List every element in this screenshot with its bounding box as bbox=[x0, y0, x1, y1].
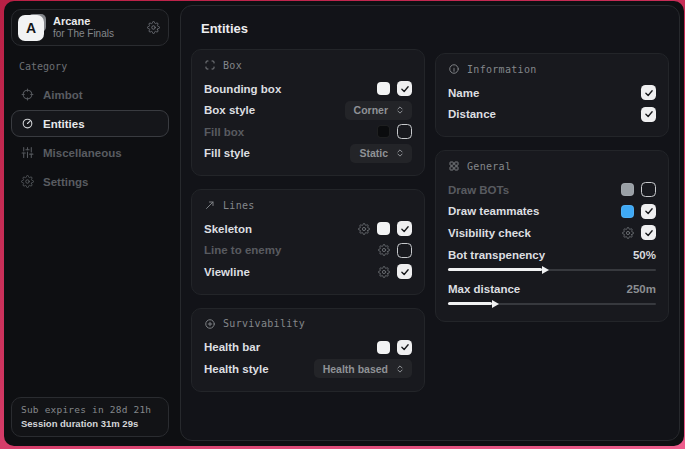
setting-row-skeleton: Skeleton bbox=[204, 218, 412, 240]
sidebar-item-label: Settings bbox=[43, 176, 88, 188]
setting-row-line-to-enemy: Line to enemy bbox=[204, 240, 412, 262]
color-swatch[interactable] bbox=[377, 222, 390, 235]
box-style-dropdown[interactable]: Corner bbox=[345, 101, 412, 120]
brand-name: Arcane bbox=[53, 15, 138, 28]
gear-icon[interactable] bbox=[378, 244, 390, 256]
brand-card: A Arcane for The Finals bbox=[11, 9, 169, 46]
setting-row-health-style: Health style Health based bbox=[204, 358, 412, 380]
slider-value: 50% bbox=[633, 249, 656, 261]
gear-icon[interactable] bbox=[622, 227, 634, 239]
setting-row-fill-style: Fill style Static bbox=[204, 143, 412, 165]
sidebar: A Arcane for The Finals Category Aimbot bbox=[4, 1, 176, 446]
dropdown-value: Health based bbox=[323, 363, 388, 375]
sidebar-item-entities[interactable]: Entities bbox=[11, 110, 169, 137]
setting-row-fill-box: Fill box bbox=[204, 121, 412, 143]
checkbox-checked[interactable] bbox=[641, 204, 656, 219]
survivability-card: Survivability Health bar Health style bbox=[191, 308, 425, 392]
setting-row-bot-transparency: Bot transpenency 50% bbox=[448, 246, 656, 265]
info-icon bbox=[448, 63, 460, 75]
setting-row-name: Name bbox=[448, 82, 656, 104]
checkbox-checked[interactable] bbox=[397, 81, 412, 96]
checkbox-checked[interactable] bbox=[397, 221, 412, 236]
color-swatch[interactable] bbox=[621, 183, 634, 196]
sub-expiry-text: Sub expires in 28d 21h bbox=[21, 404, 159, 415]
setting-label: Max distance bbox=[448, 283, 520, 295]
setting-row-max-distance: Max distance 250m bbox=[448, 280, 656, 299]
card-title: Box bbox=[223, 60, 242, 71]
slider-thumb[interactable] bbox=[542, 266, 549, 274]
radar-icon bbox=[21, 117, 34, 130]
setting-label: Bot transpenency bbox=[448, 249, 545, 261]
dropdown-value: Static bbox=[359, 147, 388, 159]
app-logo: A bbox=[18, 15, 44, 41]
setting-row-draw-teammates: Draw teammates bbox=[448, 201, 656, 223]
grid-icon bbox=[448, 160, 460, 172]
setting-row-viewline: Viewline bbox=[204, 261, 412, 283]
card-title: Information bbox=[467, 64, 537, 75]
setting-label: Line to enemy bbox=[204, 244, 281, 256]
sliders-icon bbox=[21, 146, 34, 159]
color-swatch[interactable] bbox=[377, 125, 390, 138]
sidebar-item-aimbot[interactable]: Aimbot bbox=[11, 81, 169, 108]
sidebar-item-label: Aimbot bbox=[43, 89, 83, 101]
information-card: Information Name Distance bbox=[435, 53, 669, 137]
session-duration-text: Session duration 31m 29s bbox=[21, 418, 159, 429]
chevrons-up-down-icon bbox=[395, 148, 405, 158]
gear-icon[interactable] bbox=[378, 266, 390, 278]
setting-label: Viewline bbox=[204, 266, 250, 278]
setting-label: Health bar bbox=[204, 341, 260, 353]
checkbox-checked[interactable] bbox=[641, 225, 656, 240]
gear-icon[interactable] bbox=[147, 21, 160, 34]
chevrons-up-down-icon bbox=[395, 364, 405, 374]
card-title: General bbox=[467, 161, 511, 172]
setting-row-box-style: Box style Corner bbox=[204, 100, 412, 122]
checkbox-checked[interactable] bbox=[397, 264, 412, 279]
checkbox-unchecked[interactable] bbox=[641, 182, 656, 197]
setting-label: Visibility check bbox=[448, 227, 531, 239]
setting-label: Health style bbox=[204, 363, 269, 375]
checkbox-unchecked[interactable] bbox=[397, 243, 412, 258]
fill-style-dropdown[interactable]: Static bbox=[350, 144, 412, 163]
setting-label: Bounding box bbox=[204, 83, 281, 95]
slider-thumb[interactable] bbox=[492, 300, 499, 308]
chevrons-up-down-icon bbox=[395, 105, 405, 115]
box-corners-icon bbox=[204, 59, 216, 71]
setting-label: Fill style bbox=[204, 147, 250, 159]
setting-label: Box style bbox=[204, 104, 255, 116]
color-swatch[interactable] bbox=[377, 82, 390, 95]
diagonal-line-icon bbox=[204, 199, 216, 211]
setting-row-bounding-box: Bounding box bbox=[204, 78, 412, 100]
checkbox-checked[interactable] bbox=[397, 340, 412, 355]
setting-row-health-bar: Health bar bbox=[204, 337, 412, 359]
brand-subtitle: for The Finals bbox=[53, 28, 138, 40]
setting-row-draw-bots: Draw BOTs bbox=[448, 179, 656, 201]
checkbox-checked[interactable] bbox=[641, 85, 656, 100]
dropdown-value: Corner bbox=[354, 104, 388, 116]
slider-value: 250m bbox=[627, 283, 656, 295]
checkbox-unchecked[interactable] bbox=[397, 124, 412, 139]
crosshair-icon bbox=[21, 88, 34, 101]
main-panel: Entities Box Bounding box bbox=[180, 5, 680, 441]
gear-icon bbox=[21, 175, 34, 188]
slider-fill bbox=[448, 302, 492, 305]
checkbox-checked[interactable] bbox=[641, 107, 656, 122]
health-style-dropdown[interactable]: Health based bbox=[314, 359, 412, 378]
setting-label: Fill box bbox=[204, 126, 244, 138]
category-nav: Aimbot Entities Miscellaneous Settings bbox=[11, 81, 169, 195]
health-icon bbox=[204, 318, 216, 330]
color-swatch[interactable] bbox=[621, 205, 634, 218]
subscription-card: Sub expires in 28d 21h Session duration … bbox=[11, 397, 169, 437]
slider-fill bbox=[448, 268, 542, 271]
sidebar-item-settings[interactable]: Settings bbox=[11, 168, 169, 195]
max-distance-slider[interactable] bbox=[448, 300, 656, 308]
bot-transparency-slider[interactable] bbox=[448, 266, 656, 274]
color-swatch[interactable] bbox=[377, 341, 390, 354]
card-title: Lines bbox=[223, 200, 255, 211]
lines-card: Lines Skeleton bbox=[191, 189, 425, 295]
setting-label: Draw teammates bbox=[448, 205, 539, 217]
sidebar-item-miscellaneous[interactable]: Miscellaneous bbox=[11, 139, 169, 166]
setting-row-visibility-check: Visibility check bbox=[448, 222, 656, 244]
general-card: General Draw BOTs Draw teammates bbox=[435, 150, 669, 322]
gear-icon[interactable] bbox=[358, 223, 370, 235]
page-title: Entities bbox=[201, 21, 669, 36]
